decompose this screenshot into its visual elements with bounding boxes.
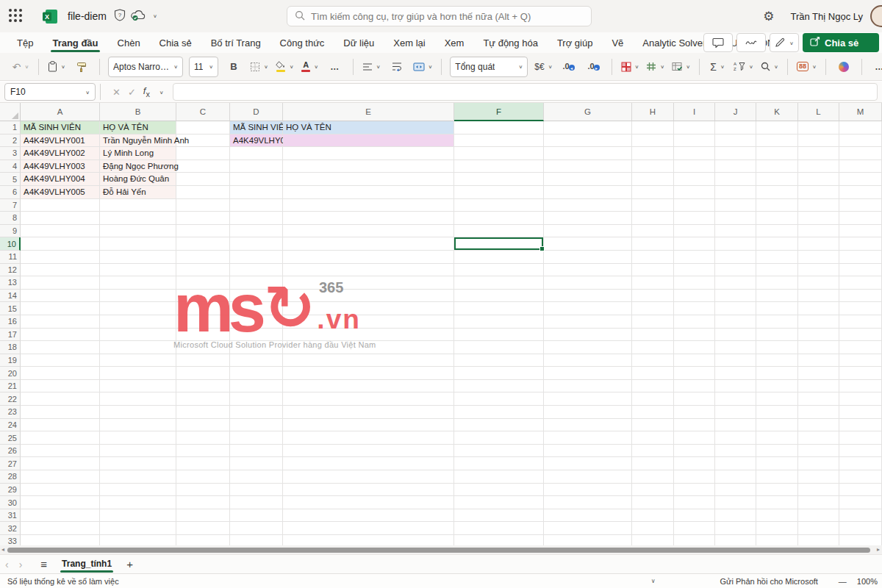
- cell-H26[interactable]: [632, 445, 674, 458]
- cell-M3[interactable]: [839, 147, 882, 160]
- cell-L20[interactable]: [798, 367, 839, 380]
- align-button[interactable]: ∨: [359, 57, 384, 76]
- cell-B29[interactable]: [100, 484, 176, 497]
- cell-M22[interactable]: [839, 392, 882, 406]
- cell-G19[interactable]: [544, 354, 632, 368]
- cell-H10[interactable]: [632, 237, 674, 251]
- cell-G17[interactable]: [544, 329, 632, 342]
- cell-L11[interactable]: [798, 251, 839, 264]
- cell-L25[interactable]: [798, 431, 839, 445]
- cell-D24[interactable]: [230, 419, 283, 432]
- column-header-E[interactable]: E: [283, 103, 454, 121]
- cell-E19[interactable]: [283, 354, 454, 368]
- cell-I22[interactable]: [674, 392, 715, 406]
- cell-J9[interactable]: [715, 225, 756, 238]
- cell-G12[interactable]: [544, 264, 632, 277]
- cell-B30[interactable]: [100, 496, 176, 509]
- cell-D3[interactable]: [230, 147, 283, 160]
- cell-J8[interactable]: [715, 212, 756, 225]
- cell-G18[interactable]: [544, 341, 632, 354]
- cell-M6[interactable]: [839, 186, 882, 199]
- cell-C28[interactable]: [176, 470, 230, 484]
- cell-L30[interactable]: [798, 496, 839, 509]
- cell-F32[interactable]: [454, 522, 544, 535]
- cell-A14[interactable]: [21, 290, 100, 303]
- cell-C27[interactable]: [176, 457, 230, 470]
- cell-B10[interactable]: [100, 237, 176, 251]
- cell-F31[interactable]: [454, 509, 544, 523]
- cell-M12[interactable]: [839, 264, 882, 277]
- cell-C13[interactable]: [176, 276, 230, 290]
- row-header-21[interactable]: 21: [0, 380, 21, 393]
- cell-M2[interactable]: [839, 135, 882, 148]
- column-header-F[interactable]: F: [454, 103, 544, 121]
- editing-mode-button[interactable]: ∨: [770, 33, 799, 52]
- cell-H8[interactable]: [632, 212, 674, 225]
- cell-J21[interactable]: [715, 380, 756, 393]
- cell-G14[interactable]: [544, 290, 632, 303]
- cell-C16[interactable]: [176, 315, 230, 329]
- row-header-2[interactable]: 2: [0, 135, 21, 148]
- cell-B2[interactable]: Trần Nguyễn Minh Anh: [100, 135, 176, 148]
- row-header-19[interactable]: 19: [0, 354, 21, 368]
- cell-K17[interactable]: [756, 329, 798, 342]
- cell-G28[interactable]: [544, 470, 632, 484]
- cell-F7[interactable]: [454, 199, 544, 212]
- cell-E27[interactable]: [283, 457, 454, 470]
- cell-L29[interactable]: [798, 484, 839, 497]
- cell-D32[interactable]: [230, 522, 283, 535]
- row-header-13[interactable]: 13: [0, 276, 21, 290]
- cell-I27[interactable]: [674, 457, 715, 470]
- cell-G6[interactable]: [544, 186, 632, 199]
- cell-K1[interactable]: [756, 121, 798, 135]
- cell-K21[interactable]: [756, 380, 798, 393]
- cell-K19[interactable]: [756, 354, 798, 368]
- cell-H13[interactable]: [632, 276, 674, 290]
- cell-L3[interactable]: [798, 147, 839, 160]
- cell-E25[interactable]: [283, 431, 454, 445]
- cell-H21[interactable]: [632, 380, 674, 393]
- cell-A27[interactable]: [21, 457, 100, 470]
- cell-C32[interactable]: [176, 522, 230, 535]
- cell-A12[interactable]: [21, 264, 100, 277]
- cell-B20[interactable]: [100, 367, 176, 380]
- cell-F16[interactable]: [454, 315, 544, 329]
- cell-B12[interactable]: [100, 264, 176, 277]
- cell-F9[interactable]: [454, 225, 544, 238]
- cell-C31[interactable]: [176, 509, 230, 523]
- cell-I21[interactable]: [674, 380, 715, 393]
- cell-J12[interactable]: [715, 264, 756, 277]
- cell-H20[interactable]: [632, 367, 674, 380]
- user-name[interactable]: Trần Thị Ngọc Ly: [790, 11, 863, 22]
- cell-M4[interactable]: [839, 160, 882, 173]
- cell-M30[interactable]: [839, 496, 882, 509]
- cell-K33[interactable]: [756, 535, 798, 545]
- cell-M32[interactable]: [839, 522, 882, 535]
- cell-I13[interactable]: [674, 276, 715, 290]
- cell-C14[interactable]: [176, 290, 230, 303]
- cell-D9[interactable]: [230, 225, 283, 238]
- cell-D2[interactable]: A4K49VLHY040: [230, 135, 283, 148]
- cell-F29[interactable]: [454, 484, 544, 497]
- cell-E31[interactable]: [283, 509, 454, 523]
- cell-D4[interactable]: [230, 160, 283, 173]
- cell-L7[interactable]: [798, 199, 839, 212]
- cell-M17[interactable]: [839, 329, 882, 342]
- conditional-formatting-button[interactable]: ∨: [618, 57, 642, 76]
- cell-E2[interactable]: [283, 135, 454, 148]
- cell-I33[interactable]: [674, 535, 715, 545]
- cell-G31[interactable]: [544, 509, 632, 523]
- cell-M33[interactable]: [839, 535, 882, 545]
- cell-K24[interactable]: [756, 419, 798, 432]
- cell-L15[interactable]: [798, 302, 839, 315]
- cell-H16[interactable]: [632, 315, 674, 329]
- row-header-26[interactable]: 26: [0, 445, 21, 458]
- cell-C7[interactable]: [176, 199, 230, 212]
- row-header-27[interactable]: 27: [0, 457, 21, 470]
- cell-J30[interactable]: [715, 496, 756, 509]
- cell-J3[interactable]: [715, 147, 756, 160]
- undo-button[interactable]: ↶∨: [9, 57, 32, 76]
- cell-E6[interactable]: [283, 186, 454, 199]
- cell-D7[interactable]: [230, 199, 283, 212]
- cell-H3[interactable]: [632, 147, 674, 160]
